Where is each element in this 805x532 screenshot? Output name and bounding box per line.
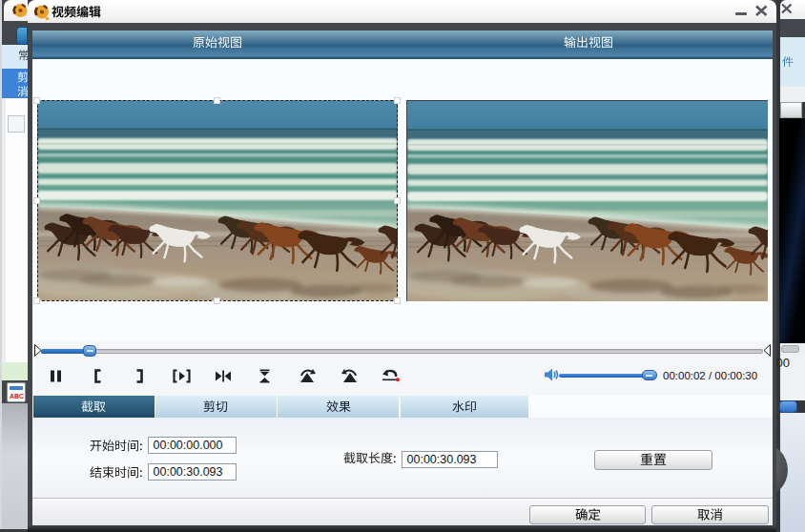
svg-text:ABC: ABC [10, 393, 24, 399]
